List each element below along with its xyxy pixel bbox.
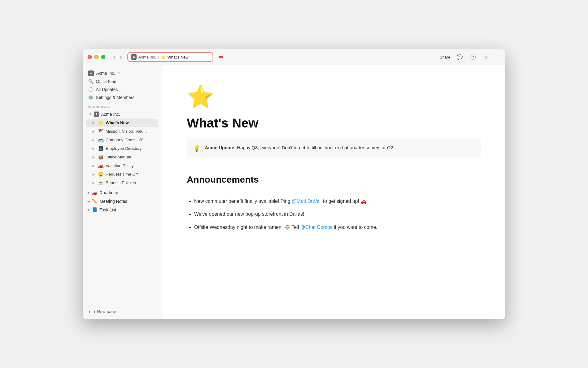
announcements-title: Announcements bbox=[187, 174, 481, 185]
company-goals-icon: 🚌 bbox=[98, 137, 104, 143]
meeting-notes-chevron-icon: ▶ bbox=[88, 199, 90, 203]
workspace-chevron-icon: ⌃ bbox=[118, 71, 121, 75]
workspace-name-label: Acme Inc. bbox=[96, 71, 115, 76]
tree-chevron-icon: ▶ bbox=[92, 138, 96, 142]
sidebar-item-quick-find[interactable]: 🔍 Quick Find bbox=[85, 78, 160, 85]
mention-chet: @Chet Corcos bbox=[300, 225, 332, 230]
announcements-list: New commuter benefit finally available! … bbox=[187, 197, 481, 231]
root-chevron-icon: ▼ bbox=[89, 112, 92, 116]
star-icon: ☆ bbox=[484, 55, 488, 60]
maximize-button[interactable] bbox=[101, 55, 105, 59]
forward-button[interactable]: › bbox=[118, 53, 124, 62]
traffic-lights bbox=[88, 55, 105, 59]
comment-button[interactable]: 💬 bbox=[455, 53, 464, 61]
comment-icon: 💬 bbox=[457, 55, 463, 60]
lightbulb-icon: 💡 bbox=[193, 144, 201, 152]
list-item: New commuter benefit finally available! … bbox=[194, 197, 481, 205]
all-updates-label: All Updates bbox=[96, 87, 118, 92]
breadcrumb-workspace: Acme Inc. bbox=[138, 55, 156, 59]
sidebar-item-meeting-notes[interactable]: ▶ ✏️ Meeting Notes bbox=[85, 197, 160, 206]
list-item: We've opened our new pop-up storefront i… bbox=[194, 210, 481, 218]
breadcrumb-bar[interactable]: A Acme Inc. / ⭐ What's New bbox=[127, 52, 213, 62]
share-button[interactable]: Share bbox=[440, 55, 450, 59]
root-label: Acme Inc. bbox=[101, 112, 120, 117]
sidebar-root-item[interactable]: ▼ A Acme Inc. bbox=[86, 110, 158, 119]
sidebar-item-employee-directory[interactable]: ▶ 🗄️ Employee Directory bbox=[86, 144, 158, 153]
history-icon: 🕐 bbox=[470, 55, 476, 60]
company-goals-label: Company Goals - 20... bbox=[106, 138, 156, 142]
meeting-notes-icon: ✏️ bbox=[92, 199, 98, 204]
titlebar: ‹ › A Acme Inc. / ⭐ What's New ⬅ Share 💬… bbox=[83, 49, 505, 65]
breadcrumb-current-page: ⭐ What's New bbox=[161, 55, 188, 59]
search-icon: 🔍 bbox=[88, 79, 93, 84]
plus-icon: + bbox=[88, 309, 91, 314]
vacation-policy-label: Vacation Policy bbox=[106, 163, 156, 168]
sidebar-item-roadmap[interactable]: ▶ 🚗 Roadmap bbox=[85, 188, 160, 197]
sidebar-top: A Acme Inc. ⌃ 🔍 Quick Find 🕐 All Updates… bbox=[83, 65, 162, 217]
office-manual-icon: 📦 bbox=[98, 154, 104, 160]
favorite-button[interactable]: ☆ bbox=[482, 53, 489, 61]
minimize-button[interactable] bbox=[94, 55, 99, 59]
callout-text: Acme Update: Happy Q3, everyone! Don't f… bbox=[205, 144, 394, 151]
close-button[interactable] bbox=[88, 55, 92, 59]
mention-matt: @Matt DuVall bbox=[292, 199, 322, 204]
sidebar: A Acme Inc. ⌃ 🔍 Quick Find 🕐 All Updates… bbox=[83, 65, 162, 319]
employee-directory-label: Employee Directory bbox=[106, 146, 156, 151]
sidebar-bottom: + + New page bbox=[83, 304, 162, 319]
back-button[interactable]: ‹ bbox=[111, 53, 117, 62]
divider-1 bbox=[187, 168, 481, 168]
list-item: Offsite Wednesday night to make ramen! 🍜… bbox=[194, 223, 481, 231]
new-page-button[interactable]: + + New page bbox=[85, 307, 160, 317]
breadcrumb-page-icon: ⭐ bbox=[161, 55, 166, 59]
sidebar-item-mission[interactable]: ▶ 🚩 Mission, Vision, Valu... bbox=[86, 127, 158, 136]
sidebar-item-vacation-policy[interactable]: ▶ 🚗 Vacation Policy bbox=[86, 161, 158, 170]
titlebar-actions: Share 💬 🕐 ☆ ··· bbox=[440, 53, 500, 61]
breadcrumb-page-label: What's New bbox=[167, 55, 188, 59]
task-list-chevron-icon: ▶ bbox=[88, 208, 90, 211]
bottom-tree: ▶ 🚗 Roadmap ▶ ✏️ Meeting Notes ▶ 📘 Task … bbox=[85, 188, 160, 214]
task-list-icon: 📘 bbox=[92, 207, 98, 213]
breadcrumb-separator: / bbox=[158, 55, 159, 59]
roadmap-label: Roadmap bbox=[100, 190, 118, 195]
sidebar-item-task-list[interactable]: ▶ 📘 Task List bbox=[85, 206, 160, 214]
sidebar-item-company-goals[interactable]: ▶ 🚌 Company Goals - 20... bbox=[86, 136, 158, 144]
callout-bold: Acme Update: bbox=[205, 145, 236, 150]
main-layout: A Acme Inc. ⌃ 🔍 Quick Find 🕐 All Updates… bbox=[83, 65, 505, 319]
page-title: What's New bbox=[187, 116, 481, 131]
gear-icon: ⚙️ bbox=[88, 95, 93, 100]
tree-chevron-icon: ▶ bbox=[92, 147, 96, 150]
app-window: ‹ › A Acme Inc. / ⭐ What's New ⬅ Share 💬… bbox=[83, 49, 505, 319]
quick-find-label: Quick Find bbox=[96, 79, 116, 84]
ellipsis-icon: ··· bbox=[495, 54, 499, 59]
tree-chevron-icon: ▶ bbox=[92, 121, 96, 124]
sidebar-item-settings[interactable]: ⚙️ Settings & Members bbox=[85, 93, 160, 101]
sidebar-item-all-updates[interactable]: 🕐 All Updates bbox=[85, 85, 160, 93]
request-time-off-label: Request Time Off bbox=[106, 172, 156, 176]
benefits-label: Benefits Policies bbox=[106, 180, 156, 185]
office-manual-label: Office Manual bbox=[106, 155, 156, 159]
sidebar-item-office-manual[interactable]: ▶ 📦 Office Manual bbox=[86, 153, 158, 161]
history-button[interactable]: 🕐 bbox=[469, 53, 477, 61]
vacation-policy-icon: 🚗 bbox=[98, 163, 104, 169]
roadmap-icon: 🚗 bbox=[92, 190, 98, 195]
workspace-logo: A bbox=[88, 70, 94, 76]
callout-body: Happy Q3, everyone! Don't forget to fill… bbox=[236, 145, 394, 150]
settings-label: Settings & Members bbox=[96, 95, 134, 100]
nav-buttons: ‹ › bbox=[111, 53, 124, 62]
tree-chevron-icon: ▶ bbox=[92, 164, 96, 167]
sidebar-item-whats-new[interactable]: ▶ ⭐ What's New bbox=[86, 119, 158, 127]
bullet-text-3a: Offsite Wednesday night to make ramen! 🍜… bbox=[194, 225, 300, 230]
sidebar-workspace-header[interactable]: A Acme Inc. ⌃ bbox=[85, 69, 160, 78]
whats-new-icon: ⭐ bbox=[98, 120, 104, 126]
arrow-indicator: ⬅ bbox=[218, 53, 224, 61]
more-button[interactable]: ··· bbox=[494, 53, 500, 61]
bullet-text-2: We've opened our new pop-up storefront i… bbox=[194, 211, 304, 217]
sidebar-item-benefits[interactable]: ▶ ☕ Benefits Policies bbox=[86, 179, 158, 187]
sidebar-item-request-time-off[interactable]: ▶ 😴 Request Time Off bbox=[86, 170, 158, 179]
bullet-text-1b: to get signed up! 🚗 bbox=[322, 199, 367, 204]
employee-directory-icon: 🗄️ bbox=[98, 146, 104, 151]
tree-chevron-icon: ▶ bbox=[92, 130, 96, 133]
bullet-text-3b: if you want to come. bbox=[333, 225, 378, 230]
new-page-label: + New page bbox=[93, 309, 116, 314]
request-time-off-icon: 😴 bbox=[98, 172, 104, 177]
